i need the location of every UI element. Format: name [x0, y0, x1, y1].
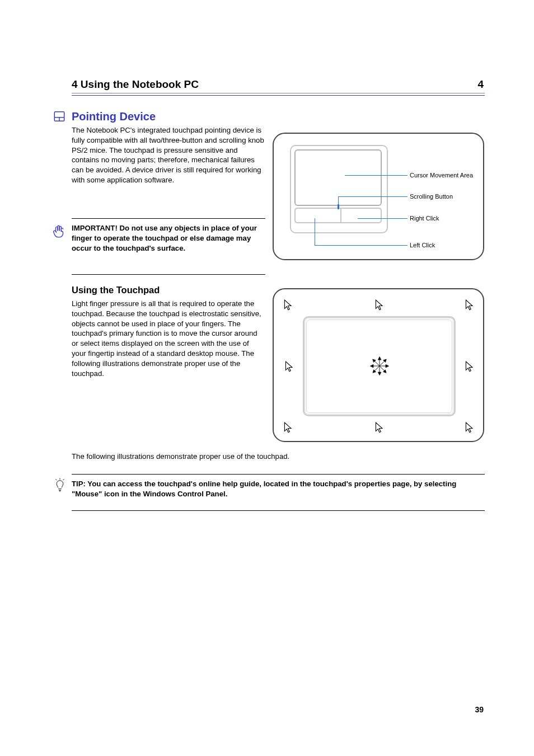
important-rule-bottom: [72, 274, 265, 275]
label-scroll: Scrolling Button: [410, 193, 453, 200]
label-left: Left Click: [410, 242, 435, 248]
label-right: Right Click: [410, 215, 439, 222]
important-rule-top: [72, 218, 265, 219]
right-click-button: [340, 208, 382, 223]
using-touchpad-heading: Using the Touchpad: [72, 285, 160, 295]
cursor-icon: [465, 361, 475, 373]
section-number-right: 4: [477, 78, 484, 91]
svg-marker-10: [378, 357, 381, 360]
figure-cursor-movement: [273, 288, 484, 442]
tip-rule-top: [72, 474, 485, 475]
figure-touchpad-labeled: Cursor Movement Area Scrolling Button Ri…: [273, 133, 484, 260]
cursor-icon: [283, 299, 293, 312]
cursor-icon: [465, 299, 475, 312]
cursor-icon: [284, 361, 294, 373]
svg-line-7: [63, 479, 64, 480]
svg-line-6: [56, 479, 57, 480]
leader-right: [358, 218, 407, 219]
lightbulb-icon: [54, 478, 65, 492]
page-number: 39: [475, 705, 484, 714]
leader-left-v: [315, 218, 315, 245]
eight-direction-arrows-icon: [370, 356, 389, 375]
important-note: IMPORTANT! Do not use any objects in pla…: [72, 223, 269, 253]
cursor-icon: [465, 422, 475, 434]
scroll-button: [338, 204, 339, 209]
tip-text: TIP: You can access the touchpad's onlin…: [72, 479, 485, 499]
left-click-button: [294, 208, 336, 223]
cursor-icon: [374, 299, 385, 312]
svg-marker-16: [386, 364, 388, 367]
touchpad-buttons-row: [294, 208, 382, 223]
cursor-icon: [374, 422, 385, 434]
pointing-device-heading: Pointing Device: [72, 110, 156, 123]
pointing-device-intro: The Notebook PC's integrated touchpad po…: [72, 125, 265, 185]
section-heading: 4 Using the Notebook PC: [72, 78, 199, 91]
header-thin-rule: [72, 93, 485, 93]
leader-left-h: [315, 245, 407, 246]
cursor-icon: [283, 422, 293, 434]
leader-cursor-area: [345, 175, 407, 176]
touchpad-icon: [53, 110, 65, 123]
svg-marker-14: [371, 364, 373, 367]
using-touchpad-text: Light finger pressure is all that is req…: [72, 299, 262, 379]
following-illustrations-text: The following illustrations demonstrate …: [72, 452, 485, 462]
svg-marker-12: [378, 372, 381, 375]
tip-rule-bottom: [72, 510, 485, 511]
leader-scroll-drop: [338, 196, 339, 205]
leader-scroll: [338, 196, 407, 197]
header-rule: [72, 95, 485, 96]
hand-stop-icon: [51, 224, 66, 238]
scroll-gap: [336, 208, 340, 223]
label-cursor-area: Cursor Movement Area: [410, 172, 473, 179]
